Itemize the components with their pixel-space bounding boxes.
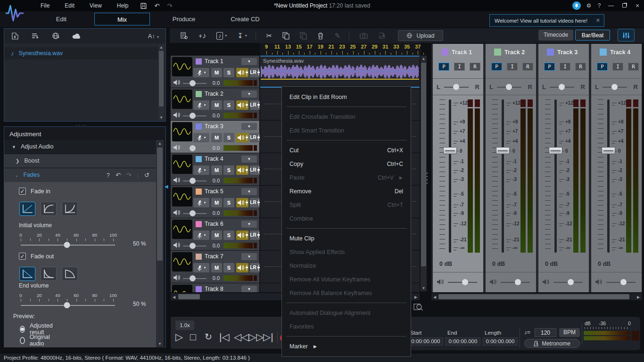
track-solo-button[interactable]: S [223, 230, 234, 240]
draw-tool-icon[interactable]: ✎ [334, 32, 340, 40]
menu-item-favorites[interactable]: Favorites [282, 320, 411, 333]
import-file-icon[interactable] [11, 32, 19, 40]
menu-item-cut[interactable]: CutCtrl+X [282, 143, 411, 157]
playback-speed-button[interactable]: 1.0x [175, 321, 194, 330]
track-record-mic-button[interactable]: ▾ [193, 68, 209, 77]
track-output-button[interactable] [236, 165, 248, 175]
mixer-horizontal-scrollbar[interactable]: ◀ ▶ [431, 293, 642, 300]
track-output-button[interactable] [236, 198, 248, 207]
track-mute-button[interactable]: M [211, 198, 222, 207]
track-output-button[interactable] [236, 263, 248, 272]
export-icon[interactable] [378, 32, 387, 39]
upload-button[interactable]: Upload [398, 30, 443, 41]
help-icon[interactable]: ? [594, 0, 604, 11]
pan-handle[interactable] [506, 84, 512, 90]
track-record-mic-button[interactable]: ▾ [193, 263, 209, 272]
fader-track[interactable] [607, 99, 610, 253]
mixer-panel-toggle-icon[interactable] [618, 29, 635, 41]
menu-item-combine[interactable]: Combine [282, 212, 411, 225]
menu-item-remove[interactable]: RemoveDel [282, 184, 411, 198]
cloud-icon[interactable] [72, 33, 82, 40]
loop-button[interactable]: ↻ [205, 331, 212, 342]
track-volume-handle[interactable] [190, 145, 196, 151]
fade-in-checkbox-row[interactable]: ✓ Fade in [19, 188, 50, 195]
fade-out-checkbox[interactable]: ✓ [19, 253, 26, 260]
track-dropdown-button[interactable]: ▼ [241, 188, 257, 195]
library-scrollbar[interactable]: ▲ ▼ [158, 44, 164, 121]
initial-volume-handle[interactable] [64, 242, 70, 248]
track-volume-handle[interactable] [190, 210, 196, 216]
track-lr-balance-button[interactable]: LR [250, 100, 260, 110]
strip-button-p[interactable]: P [491, 63, 502, 71]
menu-item-paste[interactable]: PasteCtrl+V▶ [282, 171, 411, 184]
menu-item-remove-all-volume-keyframes[interactable]: Remove All Volume Keyframes [282, 272, 411, 286]
menu-item-edit-smart-transition[interactable]: Edit Smart Transition [282, 123, 411, 137]
track-record-mic-button[interactable]: ▾ [193, 165, 209, 175]
track-lr-balance-button[interactable]: LR [250, 68, 260, 77]
track-output-button[interactable] [236, 230, 248, 240]
track-solo-button[interactable]: S [223, 165, 234, 175]
strip-button-i[interactable]: I [612, 63, 623, 71]
track-mute-button[interactable]: M [211, 230, 222, 240]
fade-in-linear-button[interactable] [19, 202, 35, 216]
track-dropdown-button[interactable]: ▼ [241, 156, 257, 163]
track-mute-button[interactable]: M [211, 133, 222, 142]
next-button[interactable]: ▷| [263, 331, 273, 343]
welcome-close-icon[interactable]: ✕ [592, 17, 604, 24]
bpm-button[interactable]: BPM [559, 328, 580, 337]
toggle-bar-beat[interactable]: Bar/Beat [575, 30, 610, 41]
fade-out-checkbox-row[interactable]: ✓ Fade out [19, 253, 54, 260]
collapse-panel-arrow-icon[interactable]: ◀ [165, 184, 168, 189]
preview-option-original[interactable]: Original audio [20, 334, 52, 347]
previous-button[interactable]: |◁ [219, 331, 230, 343]
strip-button-i[interactable]: I [560, 63, 570, 71]
menu-item-marker[interactable]: Marker▶ [282, 339, 411, 353]
mixer-strip-4[interactable]: Track 4PIRLR+12+9+7+40-1-2-3-5-7-9-12-21… [591, 44, 642, 292]
track-header-6[interactable]: Track 6▼▾MSLR0.0 [171, 218, 259, 250]
fader-handle[interactable] [549, 147, 562, 154]
snapshot-icon[interactable] [360, 33, 368, 39]
add-track-icon[interactable]: +♪ [198, 32, 206, 40]
strip-button-i[interactable]: I [507, 63, 518, 71]
end-volume-handle[interactable] [64, 302, 70, 308]
time-field-value-end[interactable]: 0:00:00.000 [446, 337, 480, 346]
paste-icon[interactable] [300, 32, 307, 40]
strip-button-p[interactable]: P [544, 63, 555, 71]
track-record-mic-button[interactable]: ▾ [193, 133, 209, 142]
track-lr-balance-button[interactable]: LR [250, 263, 260, 272]
menu-item-show-applied-effects[interactable]: Show Applied Effects [282, 245, 411, 259]
save-icon[interactable] [136, 2, 151, 9]
fades-undo-icon[interactable]: ↶ [116, 168, 121, 182]
tab-produce[interactable]: Produce [156, 13, 212, 25]
play-button[interactable]: ▷ [175, 331, 183, 343]
radio-original-audio[interactable] [20, 337, 25, 344]
track-mute-button[interactable]: M [211, 165, 222, 175]
close-button[interactable]: × [631, 0, 644, 11]
redo-icon[interactable]: ↷ [163, 2, 176, 9]
track-dropdown-button[interactable]: ▼ [241, 123, 257, 130]
track-dropdown-button[interactable]: ▼ [241, 253, 257, 260]
track-record-mic-button[interactable]: ▾ [193, 230, 209, 240]
mixer-strip-3[interactable]: Track 3PIRLR+12+9+7+40-1-2-3-5-7-9-12-21… [538, 44, 589, 292]
track-volume-handle[interactable] [190, 178, 196, 184]
settings-gear-icon[interactable]: ⚙ [584, 0, 594, 11]
strip-button-r[interactable]: R [575, 63, 586, 71]
bpm-value-field[interactable]: 120 [535, 328, 556, 337]
time-field-value-start[interactable]: 0:00:00.000 [408, 337, 443, 346]
track-output-button[interactable] [236, 100, 248, 110]
track-solo-button[interactable]: S [223, 100, 234, 110]
fades-section-header[interactable]: ⌄Fades ? ↶ ↷ | ↺ [4, 168, 156, 182]
mixer-strip-2[interactable]: Track 2PIRLR+12+9+7+40-1-2-3-5-7-9-12-21… [486, 44, 536, 292]
track-output-button[interactable] [236, 68, 248, 77]
download-web-icon[interactable] [52, 32, 60, 40]
track-header-5[interactable]: Track 5▼▾MSLR0.0 [171, 186, 259, 218]
delete-icon[interactable] [317, 32, 324, 40]
fader-track[interactable] [554, 99, 557, 253]
track-dropdown-button[interactable]: ▼ [241, 286, 257, 292]
initial-volume-slider[interactable]: 020406080100 [21, 232, 115, 249]
import-playlist-icon[interactable] [31, 33, 40, 40]
track-header-1[interactable]: Track 1▼▾MSLR0.0 [171, 56, 259, 88]
strip-volume-handle[interactable] [462, 279, 468, 285]
pan-handle[interactable] [559, 84, 565, 90]
timeline-ruler[interactable]: 91113151719212325272931333537 [260, 43, 421, 56]
